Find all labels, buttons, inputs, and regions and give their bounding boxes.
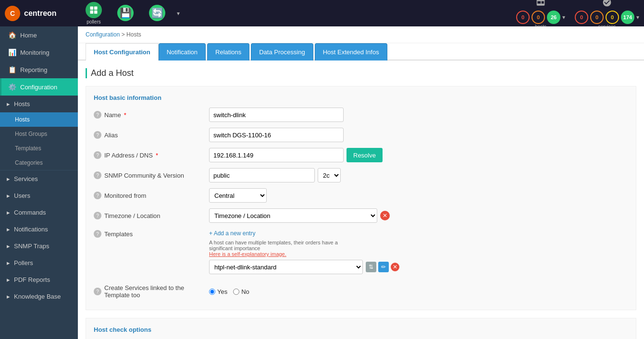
alias-row: ? Alias (94, 127, 628, 143)
name-help-icon[interactable]: ? (94, 111, 101, 119)
alias-help-icon[interactable]: ? (94, 131, 101, 139)
templates-label: Templates (104, 230, 133, 238)
timezone-input-group: Timezone / Location ✕ (209, 208, 390, 223)
ip-input[interactable] (209, 148, 344, 162)
pdf-icon: ▸ (7, 276, 10, 283)
add-template-entry[interactable]: + Add a new entry (209, 230, 399, 237)
pollers-label: pollers (87, 19, 100, 24)
template-move-btn[interactable]: ⇅ (366, 262, 376, 272)
monitored-from-label: Monitored from (104, 192, 146, 199)
templates-help-icon[interactable]: ? (94, 230, 101, 238)
snmp-version-select[interactable]: 2c 1 3 (318, 168, 341, 182)
sidebar-item-pdf-reports[interactable]: ▸ PDF Reports (0, 271, 78, 288)
basic-info-section: Host basic information ? Name * ? Alias (86, 86, 636, 310)
logo-icon: C (5, 6, 20, 21)
sidebar-item-templates[interactable]: Templates (0, 141, 78, 156)
breadcrumb-hosts: Hosts (126, 31, 141, 38)
breadcrumb-configuration[interactable]: Configuration (86, 31, 120, 38)
alias-label-container: ? Alias (94, 131, 209, 139)
svg-rect-1 (94, 7, 98, 10)
alias-input[interactable] (209, 128, 344, 142)
create-services-yes-radio[interactable] (209, 289, 215, 295)
page-title: Add a Host (86, 68, 636, 78)
sidebar-item-host-groups[interactable]: Host Groups (0, 127, 78, 141)
sidebar-hosts-group: ▸ Hosts Hosts Host Groups Templates Cate… (0, 96, 78, 170)
ip-help-icon[interactable]: ? (94, 151, 101, 159)
create-services-yes-label: Yes (217, 288, 227, 295)
sidebar-item-monitoring[interactable]: 📊 Monitoring (0, 44, 78, 61)
create-services-help-icon[interactable]: ? (94, 288, 101, 295)
basic-info-title: Host basic information (94, 94, 628, 101)
breadcrumb-separator: > (122, 31, 126, 38)
tab-notification[interactable]: Notification (159, 43, 206, 61)
timezone-label: Timezone / Location (104, 212, 161, 219)
tab-data-label: Data Processing (259, 48, 305, 56)
sidebar-hosts-parent-label: Hosts (14, 100, 30, 108)
create-services-no-radio[interactable] (233, 289, 239, 295)
create-services-label-container: ? Create Services linked to the Template… (94, 284, 209, 299)
snmp-help-icon[interactable]: ? (94, 171, 101, 179)
monitored-from-select[interactable]: Central (209, 188, 267, 203)
template-delete-btn[interactable]: ✕ (391, 263, 399, 271)
create-services-yes[interactable]: Yes (209, 288, 227, 295)
sidebar-item-notifications[interactable]: ▸ Notifications (0, 221, 78, 238)
sidebar-hosts-submenu: Hosts Host Groups Templates Categories (0, 112, 78, 170)
services-chevron[interactable]: ▾ (636, 14, 639, 21)
sidebar-item-knowledge-base[interactable]: ▸ Knowledge Base (0, 288, 78, 305)
breadcrumb: Configuration > Hosts (78, 26, 644, 43)
monitored-from-row: ? Monitored from Central (94, 188, 628, 203)
pdf-label: PDF Reports (14, 276, 50, 283)
tab-relations[interactable]: Relations (207, 43, 249, 61)
sidebar-item-hosts[interactable]: Hosts (0, 112, 78, 127)
hosts-badge-2: 26 (547, 11, 560, 24)
nav-center: pollers 💾 🔄 ▾ (82, 0, 516, 26)
app-logo[interactable]: C centreon (5, 6, 82, 21)
sidebar-item-configuration[interactable]: ⚙️ Configuration (0, 78, 78, 96)
timezone-row: ? Timezone / Location Timezone / Locatio… (94, 208, 628, 223)
ip-required: * (156, 152, 158, 159)
hosts-chevron[interactable]: ▾ (562, 14, 565, 21)
db-nav-btn[interactable]: 💾 (113, 3, 137, 24)
users-label: Users (14, 192, 30, 199)
ip-label-container: ? IP Address / DNS * (94, 151, 209, 159)
sidebar-item-reporting[interactable]: 📋 Reporting (0, 61, 78, 78)
template-help-link[interactable]: Here is a self-explanatory image. (209, 251, 286, 257)
template-select[interactable]: htpl-net-dlink-standard (209, 260, 363, 274)
name-label-container: ? Name * (94, 111, 209, 119)
hosts-badge-1: 0 (532, 11, 545, 24)
sidebar-item-services[interactable]: ▸ Services (0, 170, 78, 187)
resolve-button[interactable]: Resolve (347, 148, 383, 162)
timezone-select[interactable]: Timezone / Location (209, 208, 377, 223)
sidebar-item-home[interactable]: 🏠 Home (0, 26, 78, 44)
timezone-help-icon[interactable]: ? (94, 212, 101, 219)
nav-chevron[interactable]: ▾ (177, 10, 180, 17)
tab-host-configuration[interactable]: Host Configuration (86, 43, 159, 61)
sidebar-item-categories[interactable]: Categories (0, 156, 78, 170)
sidebar-item-snmp-traps[interactable]: ▸ SNMP Traps (0, 238, 78, 254)
monitored-help-icon[interactable]: ? (94, 192, 101, 199)
template-edit-btn[interactable]: ✏ (378, 262, 389, 272)
home-icon: 🏠 (8, 31, 16, 39)
create-services-row: ? Create Services linked to the Template… (94, 284, 628, 299)
commands-label: Commands (14, 209, 46, 216)
hosts-icon (536, 0, 545, 10)
name-input[interactable] (209, 108, 344, 122)
services-icon (602, 0, 612, 10)
create-services-no[interactable]: No (233, 288, 249, 295)
sidebar-home-label: Home (20, 32, 37, 39)
sidebar-item-users[interactable]: ▸ Users (0, 187, 78, 204)
sidebar-hosts-header[interactable]: ▸ Hosts (0, 96, 78, 112)
svc-badge-2: 0 (606, 11, 619, 24)
svg-rect-2 (90, 11, 94, 14)
name-required: * (124, 111, 126, 119)
timezone-clear-button[interactable]: ✕ (380, 211, 390, 220)
sidebar-item-pollers[interactable]: ▸ Pollers (0, 254, 78, 271)
tab-notification-label: Notification (167, 48, 198, 56)
tab-data-processing[interactable]: Data Processing (251, 43, 313, 61)
sidebar-item-commands[interactable]: ▸ Commands (0, 204, 78, 221)
snmp-label-container: ? SNMP Community & Version (94, 171, 209, 179)
tab-host-extended[interactable]: Host Extended Infos (315, 43, 387, 61)
snmp-community-input[interactable] (209, 168, 315, 182)
pollers-nav-btn[interactable]: pollers (82, 0, 106, 26)
refresh-nav-btn[interactable]: 🔄 (145, 3, 169, 24)
